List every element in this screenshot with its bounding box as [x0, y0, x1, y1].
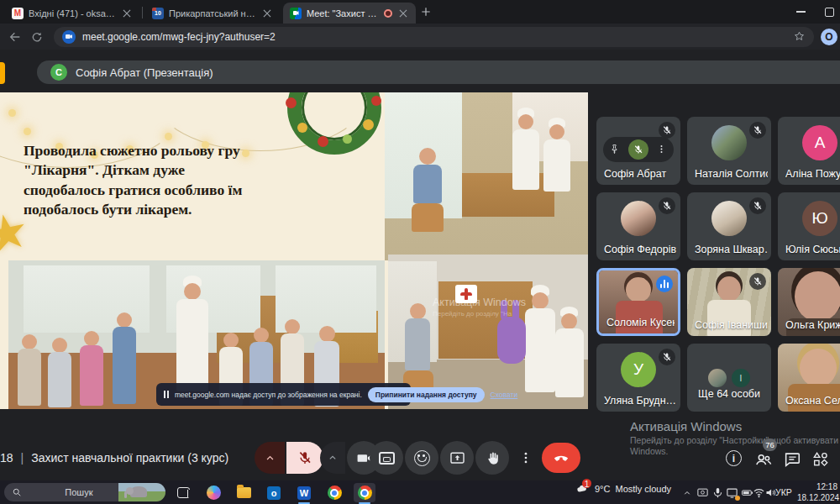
tray-chevron-icon[interactable] [682, 488, 692, 498]
gmail-favicon: M [12, 8, 24, 19]
tab-title: Прикарпатський національни [169, 8, 256, 18]
url-text[interactable]: meet.google.com/mwg-fecj-jny?authuser=2 [82, 31, 786, 43]
pause-icon [164, 391, 169, 398]
tab-divider [142, 7, 143, 18]
site-info-icon[interactable] [62, 30, 76, 44]
tile-zoriana-shkvar[interactable]: Зоряна Шквар… [687, 192, 771, 260]
share-message: meet.google.com надає доступ до зображен… [175, 391, 362, 399]
hide-share-bar-link[interactable]: Сховати [491, 391, 518, 399]
chrome-active-button[interactable] [354, 483, 375, 502]
close-tab-icon[interactable] [121, 8, 133, 19]
present-button[interactable] [440, 441, 474, 475]
close-tab-icon[interactable] [397, 8, 409, 19]
cloud-icon: 1 [575, 483, 590, 495]
avatar-photo [621, 201, 656, 236]
language-indicator[interactable]: УКР [775, 487, 792, 497]
word-button[interactable]: W [293, 483, 315, 502]
chat-button[interactable] [783, 450, 801, 469]
avatar-photo [711, 125, 747, 160]
tile-uliana-brudn[interactable]: У Уляна Брудн… [596, 344, 680, 412]
search-highlight-image [118, 483, 165, 501]
tile-yulia-siusko[interactable]: Ю Юлія Сюсько [778, 192, 840, 260]
avatar-letter: У [621, 352, 656, 387]
window-maximize-button[interactable] [815, 0, 840, 24]
browser-profile-avatar[interactable]: O [821, 29, 837, 45]
tab-recording-indicator-icon [384, 9, 392, 18]
participant-name: Соломія Кусень [606, 317, 675, 328]
tile-more-people[interactable]: І Ще 64 особи [687, 344, 771, 412]
screen-share-tray-icon[interactable] [726, 486, 738, 499]
more-options-icon[interactable] [656, 144, 668, 155]
browser-tabstrip: M Вхідні (471) - oksana.selepiy@ 10 Прик… [0, 0, 840, 24]
side-panel-tab[interactable] [0, 62, 5, 84]
people-button[interactable] [754, 450, 773, 469]
copilot-button[interactable] [202, 483, 224, 502]
participant-name: Ольга Крижан [785, 319, 840, 331]
end-call-button[interactable] [542, 443, 580, 473]
raise-hand-button[interactable] [475, 441, 509, 475]
window-minimize-button[interactable] [786, 0, 815, 24]
participant-name: Оксана Селеп [785, 395, 840, 407]
mic-off-badge [749, 197, 766, 214]
presenter-banner[interactable]: С Софія Абрат (Презентація) [37, 60, 840, 84]
reactions-button[interactable] [405, 441, 438, 475]
mic-control-group [255, 442, 323, 474]
slide-photo-doctor-desk [385, 92, 588, 260]
file-explorer-button[interactable] [233, 483, 255, 502]
info-divider: | [21, 451, 24, 465]
bookmark-star-icon[interactable] [793, 30, 806, 43]
reload-icon[interactable] [30, 30, 44, 44]
tile-sofia-fedoriv[interactable]: Софія Федорів [596, 192, 680, 260]
battery-icon[interactable] [741, 486, 753, 499]
tile-hover-controls [603, 137, 674, 162]
new-tab-button[interactable] [420, 6, 432, 18]
participant-name: Зоряна Шквар… [695, 244, 768, 255]
cast-icon[interactable] [696, 486, 709, 499]
mute-action-icon[interactable] [628, 139, 648, 160]
search-placeholder: Пошук [65, 487, 112, 497]
participant-name: Уляна Брудн… [604, 395, 677, 407]
tab-title: Meet: "Захист навчальної п [307, 8, 379, 18]
garland-light [24, 128, 31, 135]
tile-sofia-ivanyshyn[interactable]: Софія Іванишин [687, 268, 771, 336]
camera-options-chevron[interactable] [320, 442, 345, 474]
tile-natalia-soltys[interactable]: Наталія Солтис [687, 117, 771, 185]
tab-university[interactable]: 10 Прикарпатський національни [145, 3, 280, 24]
mic-muted-button[interactable] [286, 442, 323, 474]
weather-widget[interactable]: 1 9°C Mostly cloudy [575, 483, 671, 495]
windows-taskbar: Пошук o W 1 9°C Mostly cloudy УКР 12:18 … [0, 480, 840, 504]
more-people-label: Ще 64 особи [687, 388, 771, 400]
mic-off-badge [749, 122, 766, 139]
tile-solomia-kusen-speaking[interactable]: Соломія Кусень [596, 268, 680, 336]
address-bar[interactable]: meet.google.com/mwg-fecj-jny?authuser=2 [54, 27, 814, 47]
tray-mic-icon[interactable] [711, 486, 724, 499]
tile-alina-pozhui[interactable]: А Аліна Пожуй [778, 117, 840, 185]
activities-button[interactable] [811, 450, 830, 469]
tile-oksana-selep[interactable]: Оксана Селеп [778, 344, 840, 412]
taskbar-search[interactable]: Пошук [4, 483, 165, 501]
wifi-icon[interactable] [753, 486, 765, 499]
stop-sharing-button[interactable]: Припинити надання доступу [368, 387, 485, 402]
weather-temp: 9°C [595, 484, 610, 494]
mic-options-chevron[interactable] [255, 442, 285, 474]
captions-button[interactable] [370, 441, 403, 475]
close-tab-icon[interactable] [261, 8, 273, 19]
tab-meet-active[interactable]: Meet: "Захист навчальної п [283, 3, 416, 24]
mini-avatar-letter: І [732, 369, 750, 387]
tab-gmail[interactable]: M Вхідні (471) - oksana.selepiy@ [5, 3, 139, 24]
taskbar-clock[interactable]: 12:18 18.12.2024 [797, 482, 837, 503]
meeting-details-button[interactable]: i [726, 450, 744, 469]
meeting-time: 18 [0, 451, 13, 465]
pin-icon[interactable] [609, 144, 621, 155]
chrome-button[interactable] [323, 483, 345, 502]
back-icon[interactable] [8, 30, 22, 44]
tile-olha-kryzhan[interactable]: Ольга Крижан [778, 268, 840, 336]
search-icon [12, 487, 59, 497]
participants-grid: Софія Абрат Наталія Солтис А Аліна Пожуй… [596, 117, 840, 412]
presenter-avatar: С [50, 64, 67, 81]
more-options-button[interactable] [514, 446, 538, 470]
tile-sofia-abrat[interactable]: Софія Абрат [596, 117, 680, 185]
task-view-button[interactable] [172, 483, 194, 502]
outlook-button[interactable]: o [263, 483, 285, 502]
participant-name: Софія Федорів [604, 244, 677, 255]
